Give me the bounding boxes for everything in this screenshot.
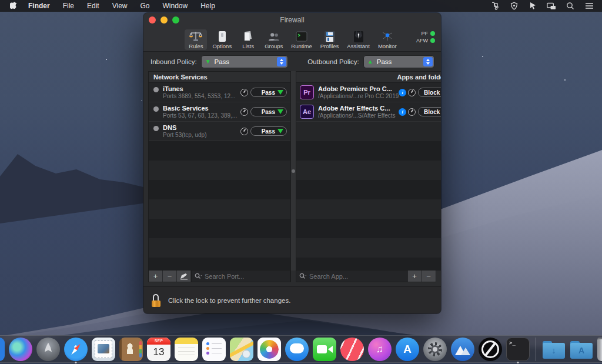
search-app-input[interactable] [309, 273, 404, 280]
toolbar-item-profiles[interactable]: Profiles [317, 29, 342, 50]
add-app-button[interactable]: + [407, 271, 422, 282]
menu-item-help[interactable]: Help [200, 2, 215, 10]
menu-item-finder[interactable]: Finder [28, 2, 50, 10]
dock-calendar-icon[interactable]: SEP 13 [147, 338, 170, 361]
spotlight-search-icon[interactable] [566, 2, 575, 10]
menu-item-view[interactable]: View [112, 2, 128, 10]
dock-messages-icon[interactable] [285, 338, 309, 361]
dock-notes-icon[interactable] [175, 338, 198, 361]
toolbar-item-assistant[interactable]: Assistant [344, 29, 373, 50]
toolbar-label: Options [212, 43, 232, 49]
gauge-icon[interactable] [240, 89, 248, 96]
remove-app-button[interactable]: − [422, 271, 436, 282]
pass-down-icon [277, 109, 283, 114]
dock-siri-icon[interactable] [9, 338, 32, 361]
info-icon[interactable]: i [399, 108, 406, 116]
dock-launchpad-icon[interactable] [36, 338, 60, 361]
dock-facetime-icon[interactable] [313, 338, 336, 361]
afw-label: AFW [416, 38, 428, 44]
dock-maps-icon[interactable] [230, 338, 253, 361]
toolbar-item-monitor[interactable]: Monitor [375, 29, 400, 50]
toolbar-item-rules[interactable]: Rules [185, 29, 207, 50]
dock-trash-icon[interactable] [597, 338, 602, 361]
dock-finder-icon[interactable] [0, 338, 5, 361]
notification-center-icon[interactable] [584, 2, 594, 10]
afw-status-icon [430, 38, 435, 43]
dock-system-preferences-icon[interactable] [423, 338, 447, 361]
dock-contacts-icon[interactable] [119, 338, 143, 361]
app-row-premiere[interactable]: Pr Adobe Premiere Pro C... /Applications… [296, 83, 441, 102]
app-search [296, 271, 407, 282]
documents-icon [242, 31, 255, 42]
outbound-policy-label: Outbound Policy: [307, 58, 359, 65]
service-action-button[interactable]: Pass [250, 126, 287, 136]
menu-item-window[interactable]: Window [163, 2, 188, 10]
remove-service-button[interactable]: − [163, 271, 177, 282]
dock-photos-icon[interactable] [257, 338, 281, 361]
close-button[interactable] [149, 16, 156, 24]
cursor-flag-icon[interactable] [528, 2, 537, 10]
running-indicator [75, 362, 77, 363]
service-row-basic-services[interactable]: Basic Services Ports 53, 67, 68, 123, 38… [149, 102, 290, 122]
toolbar-item-options[interactable]: Options [209, 29, 235, 50]
apps-list[interactable]: Pr Adobe Premiere Pro C... /Applications… [296, 83, 441, 270]
toolbar-item-lists[interactable]: Lists [237, 29, 259, 50]
dock-reminders-icon[interactable] [202, 338, 226, 361]
calendar-day-label: 13 [153, 345, 165, 360]
dock-vallum-icon[interactable] [479, 338, 502, 361]
app-action-button[interactable]: Block [418, 107, 441, 116]
outbound-policy-select[interactable]: ▲ Pass [364, 56, 434, 68]
service-action-label: Pass [262, 89, 275, 96]
menu-item-edit[interactable]: Edit [87, 2, 99, 10]
dock-mail-icon[interactable] [92, 338, 115, 361]
toolbar-item-groups[interactable]: Groups [262, 29, 286, 50]
app-row-aftereffects[interactable]: Ae Adobe After Effects C... /Application… [296, 102, 441, 122]
dock-terminal-icon[interactable]: >_ [506, 338, 530, 361]
dock-news-icon[interactable] [340, 338, 364, 361]
title-bar[interactable]: Firewall [143, 13, 441, 27]
dock-appstore-icon[interactable]: A [396, 338, 419, 361]
switch-icon [216, 31, 229, 42]
apps-actions: + − [296, 271, 436, 282]
pane-splitter[interactable] [291, 71, 296, 271]
service-row-itunes[interactable]: iTunes Ports 3689, 554, 5353, 12... Pass [149, 83, 290, 102]
dock-itunes-icon[interactable]: ♫ [368, 338, 392, 361]
gauge-icon[interactable] [240, 108, 248, 116]
inbound-policy-select[interactable]: ▼ Pass [202, 56, 288, 68]
network-node-icon [381, 31, 394, 42]
add-service-button[interactable]: + [149, 271, 163, 282]
network-services-list[interactable]: iTunes Ports 3689, 554, 5353, 12... Pass… [149, 83, 290, 270]
minimize-button[interactable] [160, 16, 168, 24]
zoom-button[interactable] [172, 16, 179, 24]
app-action-button[interactable]: Block [418, 88, 441, 97]
dock-separator [536, 338, 536, 361]
gauge-icon[interactable] [408, 108, 416, 116]
dock-downloads-folder-icon[interactable]: ↓ [542, 338, 566, 361]
shield-icon[interactable] [509, 2, 519, 10]
unlocked-lock-icon[interactable] [152, 294, 161, 307]
dock-safari-icon[interactable] [64, 338, 88, 361]
info-icon[interactable]: i [399, 89, 406, 96]
search-port-input[interactable] [205, 273, 287, 280]
inbound-policy-label: Inbound Policy: [150, 58, 197, 65]
service-bullet-icon [153, 106, 159, 112]
toolbar-label: Runtime [291, 43, 312, 49]
service-action-button[interactable]: Pass [250, 88, 287, 97]
service-action-button[interactable]: Pass [250, 107, 287, 116]
toolbar-label: Assistant [347, 43, 370, 49]
policy-row: Inbound Policy: ▼ Pass Outbound Policy: … [143, 52, 441, 71]
app-action-label: Block [424, 109, 440, 115]
gauge-icon[interactable] [408, 89, 416, 96]
toolbar-item-runtime[interactable]: Runtime [288, 29, 315, 50]
dock-applications-folder-icon[interactable]: A [570, 338, 593, 361]
dock-murus-icon[interactable] [451, 338, 474, 361]
menu-item-file[interactable]: File [63, 2, 74, 10]
service-row-dns[interactable]: DNS Port 53(tcp, udp) Pass [149, 122, 290, 141]
menu-item-go[interactable]: Go [141, 2, 150, 10]
edit-pen-button[interactable] [177, 271, 191, 282]
gauge-icon[interactable] [240, 128, 248, 135]
handtruck-icon[interactable] [490, 2, 500, 10]
apple-menu-icon[interactable] [10, 2, 18, 11]
display-mirroring-icon[interactable] [547, 2, 556, 10]
service-title: DNS [163, 124, 240, 132]
